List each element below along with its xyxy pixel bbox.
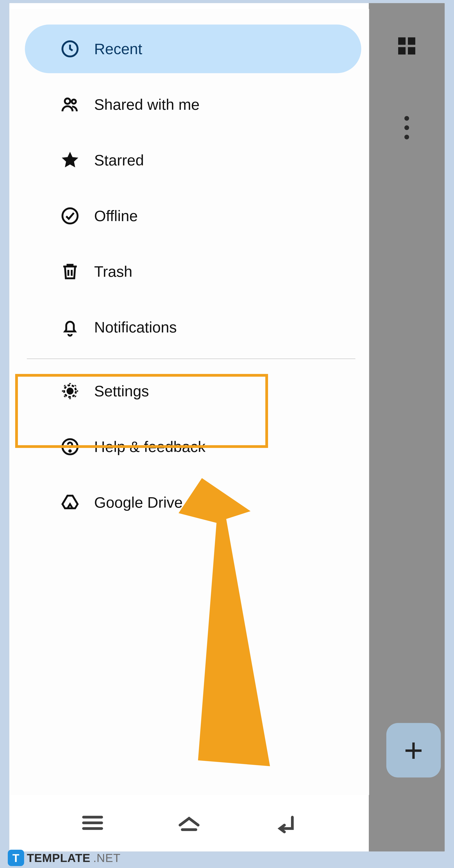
sidebar-item-label: Offline bbox=[94, 207, 138, 225]
star-icon bbox=[60, 150, 80, 170]
app-stage: + Recent Shared with me Star bbox=[9, 3, 445, 851]
watermark-text-strong: TEMPLATE bbox=[27, 851, 91, 865]
sidebar-item-settings[interactable]: Settings bbox=[25, 367, 361, 415]
sidebar-item-offline[interactable]: Offline bbox=[25, 191, 361, 240]
sidebar-item-notifications[interactable]: Notifications bbox=[25, 303, 361, 351]
sidebar-item-starred[interactable]: Starred bbox=[25, 136, 361, 185]
gear-icon bbox=[60, 381, 80, 401]
clock-icon bbox=[60, 39, 80, 59]
navigation-drawer: Recent Shared with me Starred Offline bbox=[9, 9, 369, 795]
watermark-badge: T bbox=[8, 850, 24, 866]
svg-point-4 bbox=[67, 389, 72, 394]
help-icon bbox=[60, 437, 80, 457]
watermark-text-light: .NET bbox=[93, 851, 121, 865]
bell-icon bbox=[60, 317, 80, 337]
sidebar-item-shared[interactable]: Shared with me bbox=[25, 80, 361, 129]
menu-divider bbox=[27, 359, 355, 359]
sidebar-item-label: Help & feedback bbox=[94, 438, 205, 456]
view-grid-button[interactable] bbox=[397, 37, 416, 55]
nav-recents-button[interactable] bbox=[79, 809, 106, 837]
drive-icon bbox=[60, 492, 80, 513]
sidebar-item-recent[interactable]: Recent bbox=[25, 25, 361, 73]
sidebar-item-label: Google Drive bbox=[94, 494, 183, 512]
sidebar-item-label: Notifications bbox=[94, 318, 177, 336]
more-options-button[interactable] bbox=[403, 116, 411, 140]
check-circle-icon bbox=[60, 206, 80, 226]
trash-icon bbox=[60, 261, 80, 282]
nav-back-button[interactable] bbox=[272, 809, 299, 837]
nav-home-button[interactable] bbox=[175, 809, 203, 837]
android-nav-bar bbox=[9, 795, 369, 851]
fab-new-button[interactable]: + bbox=[386, 723, 441, 777]
sidebar-item-label: Recent bbox=[94, 40, 142, 58]
plus-icon: + bbox=[404, 731, 423, 769]
svg-point-1 bbox=[65, 98, 70, 104]
sidebar-item-help[interactable]: Help & feedback bbox=[25, 423, 361, 471]
svg-point-3 bbox=[62, 208, 77, 223]
background-dimmed-app: + bbox=[369, 3, 445, 851]
sidebar-item-label: Starred bbox=[94, 151, 144, 169]
svg-point-2 bbox=[72, 99, 76, 103]
sidebar-item-drive[interactable]: Google Drive bbox=[25, 478, 361, 527]
people-icon bbox=[60, 94, 80, 115]
watermark: T TEMPLATE.NET bbox=[8, 850, 121, 866]
sidebar-item-label: Settings bbox=[94, 382, 149, 400]
svg-point-6 bbox=[69, 450, 71, 452]
screenshot-frame: + Recent Shared with me Star bbox=[8, 2, 446, 852]
sidebar-item-trash[interactable]: Trash bbox=[25, 247, 361, 296]
sidebar-item-label: Trash bbox=[94, 263, 132, 280]
sidebar-item-label: Shared with me bbox=[94, 96, 200, 114]
